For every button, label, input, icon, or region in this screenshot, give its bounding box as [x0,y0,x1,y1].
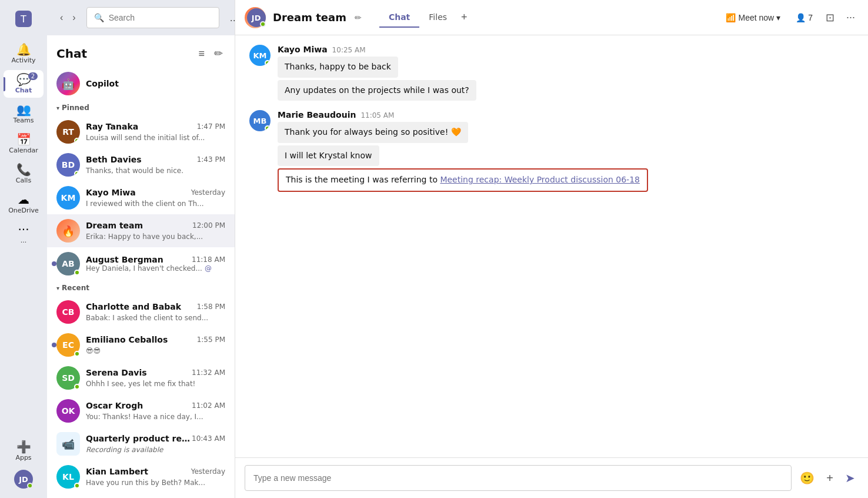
send-button[interactable]: ➤ [842,467,859,489]
msg-bubble-marie-1: Thank you for always being so positive! … [278,122,468,143]
chat-info-beth: Beth Davies 1:43 PM Thanks, that would b… [86,155,225,175]
more-icon: ··· [18,224,29,235]
chat-list-header: Chat ≡ ✏ [47,35,235,67]
compose-button[interactable]: ✏ [212,45,225,62]
conversation-tabs: Chat Files + [379,8,472,28]
search-icon: 🔍 [94,13,104,22]
conversation-header: 🔥 Dream team ✏ Chat Files + 📶 Meet now ▾… [235,0,868,35]
mention-badge-august: @ [205,264,212,273]
conv-more-button[interactable]: ··· [843,8,859,27]
participants-icon: 👤 [796,13,806,22]
kayo-online-dot [265,60,271,66]
sidebar-item-calendar[interactable]: 📅 Calendar [4,130,44,158]
user-status-dot [27,483,33,489]
chat-item-dream-team[interactable]: 🔥 Dream team 12:00 PM Erika: Happy to ha… [47,214,235,247]
chat-item-charlotte[interactable]: CB Charlotte and Babak 1:58 PM Babak: I … [47,296,235,328]
chat-item-kian[interactable]: KL Kian Lambert Yesterday Have you run t… [47,460,235,493]
participants-button[interactable]: 👤 7 [791,9,817,26]
apps-icon: ➕ [16,441,31,453]
msg-avatar-marie: MB [249,110,271,131]
search-bar[interactable]: 🔍 [86,7,219,28]
meet-now-icon: 📶 [726,13,736,22]
chat-avatar-serena: SD [56,366,80,390]
highlighted-message: This is the meeting I was referring to M… [278,168,648,192]
tab-chat[interactable]: Chat [379,8,419,28]
message-input-area: 🙂 + ➤ [235,457,868,498]
chat-info-august: August Bergman 11:18 AM Hey Daniela, I h… [86,255,225,273]
pinned-section-label[interactable]: ▾ Pinned [47,100,235,115]
forward-button[interactable]: › [69,9,79,26]
meeting-recap-link[interactable]: Meeting recap: Weekly Product discussion… [440,175,640,184]
pinned-chevron-icon: ▾ [56,105,59,111]
message-group-marie: MB Marie Beaudouin 11:05 AM Thank you fo… [249,110,854,194]
chat-avatar-august: AB [56,252,80,275]
tab-files[interactable]: Files [419,8,456,28]
user-profile-button[interactable]: JD [247,8,266,27]
msg-bubble-marie-2: I will let Krystal know [278,145,379,167]
msg-bubble-kayo-1: Thanks, happy to be back [278,57,398,78]
sidebar-item-onedrive[interactable]: ☁ OneDrive [4,190,44,218]
messages-area: KM Kayo Miwa 10:25 AM Thanks, happy to b… [235,35,868,457]
chat-avatar-charlotte: CB [56,300,80,324]
chat-avatar-kian: KL [56,465,80,489]
msg-header-marie: Marie Beaudouin 11:05 AM [278,110,854,119]
top-bar: ‹ › 🔍 ... JD [47,0,235,35]
meet-now-chevron-icon: ▾ [776,13,780,22]
chat-info-quarterly: Quarterly product review 10:43 AM Record… [86,434,225,454]
chat-avatar-beth: BD [56,153,80,177]
online-dot-serena [74,384,80,390]
chat-info-charlotte: Charlotte and Babak 1:58 PM Babak: I ask… [86,302,225,323]
chat-avatar-quarterly: 📹 [56,432,80,456]
chat-avatar-kayo: KM [56,186,80,210]
sidebar-item-more[interactable]: ··· ... [4,220,44,248]
copilot-avatar: 🤖 [56,72,80,95]
sidebar-item-teams[interactable]: 👥 Teams [4,100,44,128]
active-indicator [4,77,5,91]
chat-item-beth[interactable]: BD Beth Davies 1:43 PM Thanks, that woul… [47,148,235,181]
calls-icon: 📞 [16,164,31,175]
filter-button[interactable]: ≡ [196,45,207,62]
edit-group-name-button[interactable]: ✏ [353,12,363,24]
online-dot-ray [74,138,80,144]
user-avatar[interactable]: JD [14,470,33,489]
back-button[interactable]: ‹ [56,9,66,26]
calendar-icon: 📅 [16,134,31,145]
chat-item-ray[interactable]: RT Ray Tanaka 1:47 PM Louisa will send t… [47,115,235,148]
sidebar-item-calls[interactable]: 📞 Calls [4,160,44,188]
group-name: Dream team [273,11,346,24]
chat-item-quarterly[interactable]: 📹 Quarterly product review 10:43 AM Reco… [47,427,235,460]
sidebar-item-activity[interactable]: 🔔 Activity [4,40,44,68]
onedrive-icon: ☁ [18,194,29,205]
sidebar-item-chat[interactable]: 💬 2 Chat [4,70,44,98]
recent-section-label[interactable]: ▾ Recent [47,280,235,296]
emoji-button[interactable]: 🙂 [796,467,818,489]
chat-info-ray: Ray Tanaka 1:47 PM Louisa will send the … [86,122,225,142]
chat-list-panel: ‹ › 🔍 ... JD Chat ≡ ✏ 🤖 Copilot ▾ Pinned [47,0,235,498]
online-dot-kian [74,483,80,489]
search-input[interactable] [109,13,212,22]
layout-button[interactable]: ⊡ [822,8,838,28]
copilot-item[interactable]: 🤖 Copilot [47,67,235,100]
chat-list-actions: ≡ ✏ [196,45,225,62]
marie-online-dot [265,125,271,131]
nav-arrows: ‹ › [56,9,79,26]
unread-dot-emiliano [52,343,56,347]
chat-item-team-design[interactable]: TD Team Design Template Yesterday Reta: … [47,493,235,498]
chat-item-august[interactable]: AB August Bergman 11:18 AM Hey Daniela, … [47,247,235,280]
attach-button[interactable]: + [823,468,837,489]
chat-panel-title: Chat [56,47,87,61]
chat-avatar-ray: RT [56,120,80,144]
add-tab-button[interactable]: + [456,8,472,28]
chat-item-kayo[interactable]: KM Kayo Miwa Yesterday I reviewed with t… [47,181,235,214]
chat-item-oscar[interactable]: OK Oscar Krogh 11:02 AM You: Thanks! Hav… [47,394,235,427]
activity-icon: 🔔 [16,44,31,55]
message-input[interactable] [245,465,792,491]
sidebar-item-apps[interactable]: ➕ Apps [4,437,44,465]
meet-now-button[interactable]: 📶 Meet now ▾ [720,9,786,26]
icon-rail: T 🔔 Activity 💬 2 Chat 👥 Teams 📅 Calendar… [0,0,47,498]
chat-info-serena: Serena Davis 11:32 AM Ohhh I see, yes le… [86,368,225,389]
chat-item-emiliano[interactable]: EC Emiliano Ceballos 1:55 PM 😎😎 [47,328,235,361]
rail-bottom: ➕ Apps JD [4,437,44,489]
chat-item-serena[interactable]: SD Serena Davis 11:32 AM Ohhh I see, yes… [47,361,235,394]
chat-info-oscar: Oscar Krogh 11:02 AM You: Thanks! Have a… [86,401,225,421]
